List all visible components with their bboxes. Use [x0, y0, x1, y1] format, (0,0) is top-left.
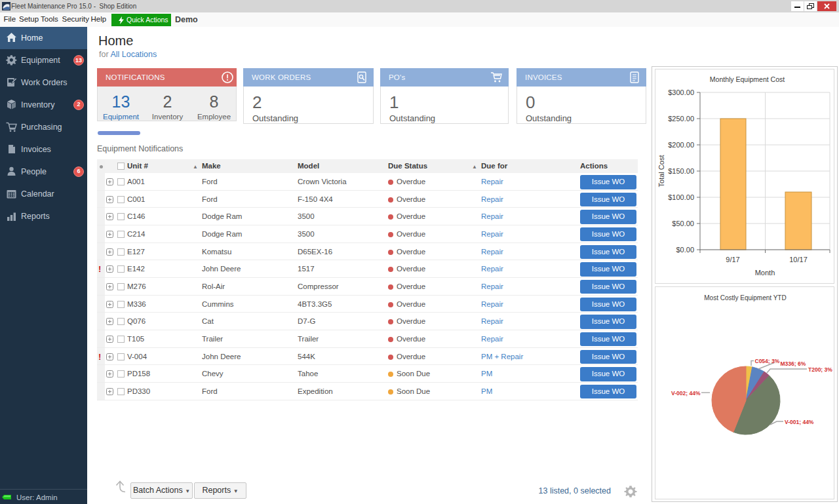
svg-text:Most Costly Equipment YTD: Most Costly Equipment YTD [704, 294, 786, 301]
svg-text:$300.00: $300.00 [668, 88, 694, 96]
svg-text:$50.00: $50.00 [672, 220, 694, 227]
svg-text:$150.00: $150.00 [668, 167, 694, 175]
svg-text:T200; 3%: T200; 3% [808, 366, 832, 373]
svg-text:10/17: 10/17 [789, 256, 808, 263]
svg-text:Monthly Equipment Cost: Monthly Equipment Cost [710, 75, 785, 83]
svg-text:Total Cost: Total Cost [657, 155, 665, 187]
svg-text:$200.00: $200.00 [668, 141, 694, 149]
svg-text:Month: Month [755, 269, 775, 277]
svg-text:9/17: 9/17 [726, 256, 739, 263]
svg-text:V-001; 44%: V-001; 44% [785, 419, 814, 425]
svg-text:$0.00: $0.00 [676, 246, 694, 254]
svg-text:V-002; 44%: V-002; 44% [671, 390, 701, 397]
svg-text:$100.00: $100.00 [668, 193, 694, 201]
svg-text:M336; 6%: M336; 6% [781, 360, 806, 367]
svg-text:C054; 3%: C054; 3% [755, 358, 780, 364]
svg-text:$250.00: $250.00 [668, 115, 694, 123]
